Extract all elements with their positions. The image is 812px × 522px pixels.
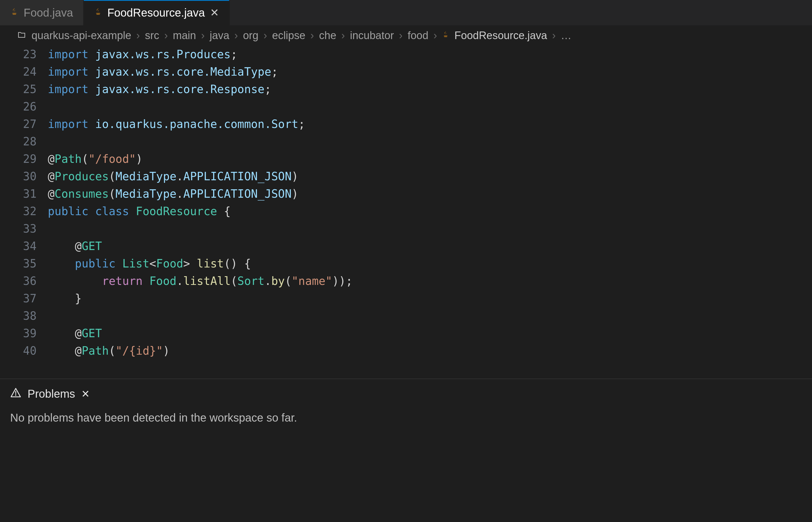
folder-icon — [17, 29, 26, 42]
line-number-gutter: 232425262728293031323334353637383940 — [0, 45, 48, 379]
close-icon[interactable]: ✕ — [81, 388, 90, 400]
breadcrumb-item[interactable]: incubator — [350, 29, 394, 42]
breadcrumb-item[interactable]: src — [145, 29, 160, 42]
breadcrumb-item[interactable]: java — [210, 29, 229, 42]
chevron-right-icon: › — [137, 29, 140, 42]
warning-icon — [10, 387, 21, 401]
java-file-icon — [442, 30, 449, 41]
java-file-icon — [10, 6, 19, 19]
tab-food-java[interactable]: Food.java — [0, 0, 84, 25]
java-file-icon — [94, 6, 102, 19]
editor-tabs: Food.java FoodResource.java ✕ — [0, 0, 812, 25]
code-editor[interactable]: 232425262728293031323334353637383940 imp… — [0, 45, 812, 379]
tab-food-resource-java[interactable]: FoodResource.java ✕ — [84, 0, 230, 25]
breadcrumb-more[interactable]: … — [561, 29, 571, 42]
problems-message: No problems have been detected in the wo… — [10, 411, 802, 424]
breadcrumb-item[interactable]: food — [408, 29, 429, 42]
breadcrumb-item[interactable]: quarkus-api-example — [32, 29, 131, 42]
problems-title: Problems — [27, 387, 75, 400]
breadcrumb-item[interactable]: main — [173, 29, 196, 42]
code-area[interactable]: import javax.ws.rs.Produces;import javax… — [48, 45, 812, 379]
close-icon[interactable]: ✕ — [210, 6, 219, 19]
breadcrumb-item[interactable]: org — [243, 29, 258, 42]
tab-label: FoodResource.java — [107, 6, 205, 19]
tab-label: Food.java — [24, 6, 73, 19]
breadcrumb-file[interactable]: FoodResource.java — [454, 29, 547, 42]
breadcrumb-item[interactable]: che — [319, 29, 336, 42]
problems-panel: Problems ✕ No problems have been detecte… — [0, 379, 812, 522]
breadcrumb: quarkus-api-example› src› main› java› or… — [0, 25, 812, 45]
breadcrumb-item[interactable]: eclipse — [272, 29, 305, 42]
